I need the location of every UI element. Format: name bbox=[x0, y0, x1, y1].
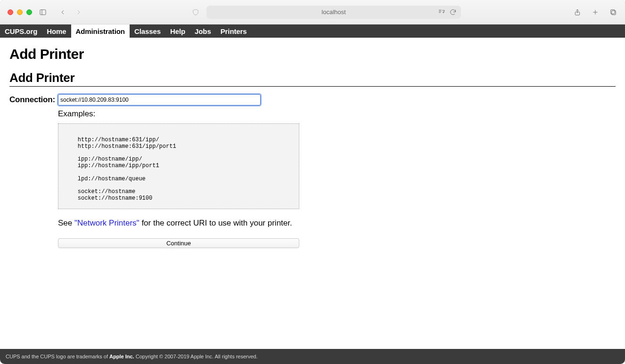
page-content: Add Printer Add Printer Connection: Exam… bbox=[0, 38, 625, 349]
nav-administration[interactable]: Administration bbox=[71, 24, 130, 38]
connection-row: Connection: Examples: http://hostname:63… bbox=[9, 94, 616, 248]
titlebar-right bbox=[573, 8, 617, 16]
network-printers-link[interactable]: "Network Printers" bbox=[74, 218, 140, 227]
nav-classes[interactable]: Classes bbox=[130, 24, 165, 38]
share-icon[interactable] bbox=[573, 8, 582, 16]
nav-cupsorg[interactable]: CUPS.org bbox=[0, 24, 42, 38]
shield-privacy-icon[interactable] bbox=[191, 8, 200, 16]
window-controls bbox=[8, 9, 32, 15]
hint-prefix: See bbox=[58, 218, 74, 227]
new-tab-icon[interactable] bbox=[591, 8, 600, 16]
connection-input[interactable] bbox=[58, 94, 261, 105]
minimize-window-button[interactable] bbox=[17, 9, 23, 15]
svg-rect-0 bbox=[40, 9, 46, 15]
examples-label: Examples: bbox=[58, 109, 299, 119]
close-window-button[interactable] bbox=[8, 9, 13, 15]
nav-home[interactable]: Home bbox=[42, 24, 71, 38]
safari-window: localhost bbox=[0, 0, 625, 364]
examples-block: http://hostname:631/ipp/ http://hostname… bbox=[58, 123, 299, 209]
sidebar-toggle-icon[interactable] bbox=[39, 8, 47, 16]
address-bar[interactable]: localhost bbox=[206, 6, 461, 19]
footer-prefix: CUPS and the CUPS logo are trademarks of bbox=[6, 354, 109, 359]
nav-printers[interactable]: Printers bbox=[216, 24, 252, 38]
section-title: Add Printer bbox=[9, 71, 616, 87]
svg-rect-6 bbox=[611, 9, 615, 14]
back-button[interactable] bbox=[58, 8, 67, 16]
forward-button bbox=[74, 8, 83, 16]
connection-label: Connection: bbox=[9, 94, 55, 105]
navigation-arrows bbox=[58, 8, 83, 16]
address-bar-area: localhost bbox=[90, 6, 563, 19]
fullscreen-window-button[interactable] bbox=[26, 9, 32, 15]
address-right-controls bbox=[437, 8, 457, 16]
footer: CUPS and the CUPS logo are trademarks of… bbox=[0, 349, 625, 364]
network-printers-hint: See "Network Printers" for the correct U… bbox=[58, 218, 299, 228]
reader-translate-icon[interactable] bbox=[437, 8, 446, 16]
cups-nav: CUPS.org Home Administration Classes Hel… bbox=[0, 24, 625, 38]
page-title: Add Printer bbox=[9, 46, 616, 62]
address-host: localhost bbox=[321, 8, 345, 16]
continue-button[interactable]: Continue bbox=[58, 238, 299, 248]
footer-suffix: Copyright © 2007-2019 Apple Inc. All rig… bbox=[134, 354, 258, 359]
tabs-overview-icon[interactable] bbox=[609, 8, 617, 16]
reload-icon[interactable] bbox=[449, 8, 457, 16]
nav-jobs[interactable]: Jobs bbox=[190, 24, 216, 38]
footer-apple: Apple Inc. bbox=[109, 354, 134, 359]
nav-help[interactable]: Help bbox=[165, 24, 190, 38]
svg-rect-5 bbox=[612, 10, 616, 15]
hint-suffix: for the correct URI to use with your pri… bbox=[140, 218, 292, 227]
titlebar: localhost bbox=[0, 0, 625, 24]
